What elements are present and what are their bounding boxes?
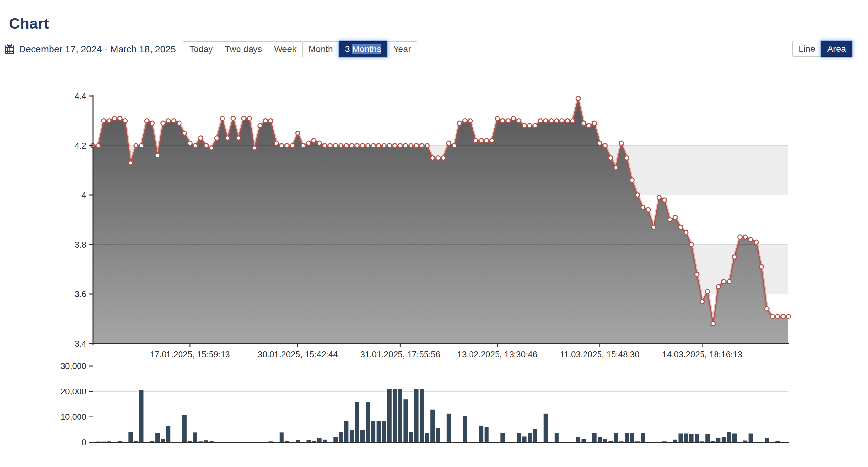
data-point[interactable] — [570, 119, 575, 123]
volume-bar[interactable] — [183, 415, 187, 442]
data-point[interactable] — [592, 121, 597, 125]
data-point[interactable] — [377, 144, 381, 148]
volume-bar[interactable] — [592, 433, 597, 442]
data-point[interactable] — [420, 144, 424, 148]
data-point[interactable] — [474, 138, 478, 143]
volume-bar[interactable] — [528, 433, 532, 442]
volume-bar[interactable] — [684, 433, 688, 442]
data-point[interactable] — [118, 116, 122, 121]
data-point[interactable] — [301, 144, 305, 148]
data-point[interactable] — [414, 144, 419, 148]
data-point[interactable] — [668, 218, 672, 222]
volume-bar[interactable] — [582, 439, 586, 442]
data-point[interactable] — [409, 144, 413, 148]
data-point[interactable] — [630, 178, 634, 182]
data-point[interactable] — [403, 144, 408, 148]
data-point[interactable] — [113, 116, 117, 121]
data-point[interactable] — [662, 198, 666, 202]
data-point[interactable] — [398, 144, 402, 148]
volume-bar[interactable] — [517, 433, 521, 442]
volume-bar[interactable] — [430, 410, 435, 442]
data-point[interactable] — [134, 144, 138, 148]
data-point[interactable] — [705, 290, 710, 294]
data-point[interactable] — [355, 144, 359, 148]
data-point[interactable] — [183, 131, 187, 135]
data-point[interactable] — [425, 144, 429, 148]
volume-bar[interactable] — [689, 434, 694, 442]
volume-bar[interactable] — [641, 433, 645, 442]
data-point[interactable] — [210, 146, 214, 150]
data-point[interactable] — [123, 119, 127, 123]
data-point[interactable] — [430, 156, 435, 160]
data-point[interactable] — [608, 156, 613, 160]
volume-bar[interactable] — [409, 432, 413, 442]
data-point[interactable] — [722, 280, 726, 284]
data-point[interactable] — [749, 237, 753, 242]
data-point[interactable] — [700, 299, 705, 303]
data-point[interactable] — [490, 138, 494, 143]
data-point[interactable] — [528, 124, 532, 128]
volume-bar[interactable] — [597, 437, 602, 442]
data-point[interactable] — [339, 144, 343, 148]
volume-bar[interactable] — [403, 399, 408, 442]
data-point[interactable] — [517, 119, 521, 123]
data-point[interactable] — [738, 235, 742, 239]
volume-bar[interactable] — [463, 416, 467, 442]
data-point[interactable] — [193, 144, 197, 148]
data-point[interactable] — [760, 265, 764, 269]
data-point[interactable] — [576, 96, 580, 101]
data-point[interactable] — [322, 144, 327, 148]
data-point[interactable] — [597, 141, 602, 145]
data-point[interactable] — [646, 208, 650, 212]
data-point[interactable] — [328, 144, 332, 148]
data-point[interactable] — [269, 119, 273, 123]
volume-bar[interactable] — [722, 437, 726, 442]
data-point[interactable] — [263, 119, 268, 123]
data-point[interactable] — [538, 119, 542, 123]
volume-bar[interactable] — [533, 429, 537, 442]
data-point[interactable] — [139, 144, 143, 148]
data-point[interactable] — [307, 141, 311, 145]
data-point[interactable] — [625, 156, 629, 160]
data-point[interactable] — [522, 124, 527, 128]
volume-bar[interactable] — [360, 430, 365, 442]
data-point[interactable] — [544, 119, 548, 123]
data-point[interactable] — [733, 255, 737, 259]
data-point[interactable] — [511, 116, 516, 121]
volume-bar[interactable] — [339, 432, 343, 442]
volume-bar[interactable] — [128, 432, 133, 442]
data-point[interactable] — [128, 161, 133, 165]
volume-bar[interactable] — [479, 426, 483, 442]
volume-bar[interactable] — [388, 389, 392, 442]
data-point[interactable] — [231, 116, 235, 121]
data-point[interactable] — [614, 166, 618, 170]
data-point[interactable] — [107, 119, 111, 123]
data-point[interactable] — [285, 144, 289, 148]
data-point[interactable] — [678, 225, 683, 229]
data-point[interactable] — [684, 230, 688, 234]
data-point[interactable] — [155, 154, 160, 158]
data-point[interactable] — [242, 116, 246, 121]
data-point[interactable] — [652, 225, 656, 229]
data-point[interactable] — [781, 314, 785, 319]
volume-bar[interactable] — [166, 426, 170, 442]
volume-bar[interactable] — [678, 433, 683, 442]
data-point[interactable] — [215, 136, 219, 140]
data-point[interactable] — [350, 144, 354, 148]
data-point[interactable] — [673, 215, 677, 220]
volume-bar[interactable] — [333, 437, 338, 442]
data-point[interactable] — [436, 156, 440, 160]
data-point[interactable] — [754, 240, 758, 244]
volume-bar[interactable] — [727, 432, 731, 442]
data-point[interactable] — [689, 243, 694, 247]
volume-bar[interactable] — [500, 433, 505, 442]
data-point[interactable] — [145, 119, 149, 123]
volume-bar[interactable] — [382, 422, 386, 442]
data-point[interactable] — [716, 285, 720, 289]
data-point[interactable] — [619, 141, 623, 145]
volume-bar[interactable] — [544, 413, 548, 442]
data-point[interactable] — [102, 119, 106, 123]
data-point[interactable] — [274, 141, 278, 145]
volume-bar[interactable] — [576, 437, 580, 442]
data-point[interactable] — [172, 119, 176, 123]
